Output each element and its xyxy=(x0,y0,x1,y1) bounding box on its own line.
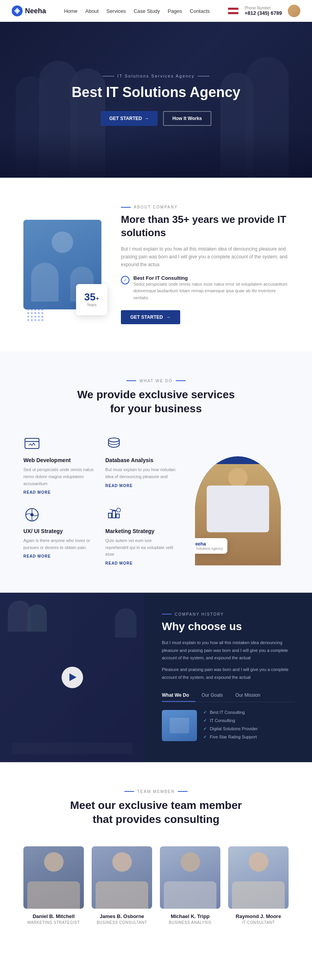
cta-devices xyxy=(23,975,148,980)
cta-section: NEED HELPS Start it consulting agencymee… xyxy=(0,952,312,980)
nav-case-study[interactable]: Case Study xyxy=(134,8,160,14)
play-button[interactable] xyxy=(62,667,83,688)
brand-name: Neeha xyxy=(25,7,46,15)
nav-home[interactable]: Home xyxy=(64,8,78,14)
navbar: Neeha Home About Services Case Study Pag… xyxy=(0,0,312,22)
nav-right: Phone Number +812 (345) 6789 xyxy=(228,5,300,17)
about-text: But I must explain to you how all this m… xyxy=(121,245,289,269)
service-text-ux: Again is there anyone who loves or pursu… xyxy=(23,537,94,551)
check-title: Best For IT Consulting xyxy=(133,275,289,281)
service-title-db: Database Analysis xyxy=(105,457,176,463)
service-link-mkt[interactable]: READ MORE xyxy=(105,561,176,565)
video-overlay xyxy=(0,593,144,762)
play-icon xyxy=(69,673,76,681)
nav-pages[interactable]: Pages xyxy=(168,8,182,14)
hero-tag: IT Solutions Services Agency xyxy=(72,74,241,78)
check-desc: Sedut perspiciatis unde omnis natus esse… xyxy=(133,281,289,302)
about-section: 35 + Years ABOUT COMPANY More than 35+ y… xyxy=(0,178,312,351)
hero-content: IT Solutions Services Agency Best IT Sol… xyxy=(72,74,241,125)
service-item-db: Database Analysis But must explain to yo… xyxy=(105,435,176,494)
hero-title: Best IT Solutions Agency xyxy=(72,84,241,101)
team-header: TEAM MEMBER Meet our exclusive team memb… xyxy=(23,789,289,827)
about-content: ABOUT COMPANY More than 35+ years we pro… xyxy=(121,205,289,324)
team-card-1: Daniel B. Mitchell Marketing Strategist xyxy=(23,846,84,925)
laptop-badge: Neeha IT Solutions Agency xyxy=(195,538,227,554)
why-content: COMPANY HISTORY Why choose us But I must… xyxy=(144,593,312,762)
why-checklist: Best IT Consulting IT Consulting Digital… xyxy=(203,710,294,743)
team-tag: TEAM MEMBER xyxy=(23,789,289,794)
service-item-ux: UX/ UI Strategy Again is there anyone wh… xyxy=(23,506,94,565)
hero-buttons: GET STARTED → How It Works xyxy=(72,111,241,126)
about-tag: ABOUT COMPANY xyxy=(121,205,289,209)
logo-icon xyxy=(12,5,23,16)
why-check-2: IT Consulting xyxy=(203,718,294,723)
team-role-1: Marketing Strategist xyxy=(23,920,84,925)
web-dev-icon xyxy=(23,435,41,452)
why-tab-goals[interactable]: Our Goals xyxy=(195,689,229,702)
services-header: WHAT WE DO We provide exclusive services… xyxy=(23,379,289,416)
person-circle-bg: Neeha IT Solutions Agency xyxy=(195,456,281,565)
service-link-web[interactable]: READ MORE xyxy=(23,490,94,494)
service-item-web: Web Development Sed ut perspiciatis unde… xyxy=(23,435,94,494)
team-name-2: James B. Osborne xyxy=(92,913,152,919)
user-avatar[interactable] xyxy=(288,5,300,17)
why-tabs: What We Do Our Goals Our Mission xyxy=(162,689,294,702)
why-title: Why choose us xyxy=(162,620,294,633)
ux-icon xyxy=(23,506,41,523)
services-grid: Web Development Sed ut perspiciatis unde… xyxy=(23,435,176,565)
phone-number: +812 (345) 6789 xyxy=(245,10,282,16)
team-role-2: Business Consultant xyxy=(92,920,152,925)
team-section: TEAM MEMBER Meet our exclusive team memb… xyxy=(0,762,312,952)
team-photo-2 xyxy=(92,846,152,909)
service-text-web: Sed ut perspiciatis unde omnis natus nem… xyxy=(23,466,94,487)
why-check-1: Best IT Consulting xyxy=(203,710,294,715)
nav-about[interactable]: About xyxy=(85,8,99,14)
service-text-db: But must explain to you how noludan idea… xyxy=(105,466,176,480)
about-title: More than 35+ years we provide IT soluti… xyxy=(121,213,289,240)
nav-services[interactable]: Services xyxy=(106,8,126,14)
svg-point-3 xyxy=(108,438,119,442)
team-grid: Daniel B. Mitchell Marketing Strategist … xyxy=(23,846,289,925)
nav-contacts[interactable]: Contacts xyxy=(190,8,210,14)
service-title-ux: UX/ UI Strategy xyxy=(23,528,94,534)
database-icon xyxy=(105,435,122,452)
team-card-3: Michael K. Tripp Business Analysis xyxy=(160,846,220,925)
services-title: We provide exclusive servicesfor your bu… xyxy=(23,388,289,416)
team-title: Meet our exclusive team memberthat provi… xyxy=(23,798,289,827)
services-inner: Web Development Sed ut perspiciatis unde… xyxy=(23,435,289,565)
years-badge: 35 + Years xyxy=(76,284,107,315)
team-photo-4 xyxy=(228,846,289,909)
phone-label: Phone Number xyxy=(245,6,282,10)
svg-point-0 xyxy=(16,10,18,12)
hero-get-started-btn[interactable]: GET STARTED → xyxy=(101,111,158,126)
hero-how-it-works-btn[interactable]: How It Works xyxy=(163,111,211,126)
language-flag[interactable] xyxy=(228,7,239,14)
phone-block: Phone Number +812 (345) 6789 xyxy=(245,6,282,16)
why-video xyxy=(0,593,144,762)
team-role-4: IT Consultant xyxy=(228,920,289,925)
marketing-icon xyxy=(105,506,122,523)
services-section: WHAT WE DO We provide exclusive services… xyxy=(0,351,312,593)
svg-point-6 xyxy=(117,508,121,512)
why-section: COMPANY HISTORY Why choose us But I must… xyxy=(0,593,312,762)
services-person: Neeha IT Solutions Agency xyxy=(187,435,289,565)
hero-section: IT Solutions Services Agency Best IT Sol… xyxy=(0,22,312,178)
svg-rect-1 xyxy=(25,438,39,449)
arrow-icon: → xyxy=(166,314,171,320)
team-card-2: James B. Osborne Business Consultant xyxy=(92,846,152,925)
about-image-wrap: 35 + Years xyxy=(23,220,101,309)
why-text2: Pleasure and praising pain was born and … xyxy=(162,666,294,682)
why-tab-mission[interactable]: Our Mission xyxy=(229,689,266,702)
check-item: ✓ Best For IT Consulting Sedut perspicia… xyxy=(121,275,289,302)
service-link-ux[interactable]: READ MORE xyxy=(23,554,94,558)
team-name-1: Daniel B. Mitchell xyxy=(23,913,84,919)
check-circle-icon: ✓ xyxy=(121,276,129,284)
why-tab-what[interactable]: What We Do xyxy=(162,689,195,702)
logo[interactable]: Neeha xyxy=(12,5,46,16)
service-title-mkt: Marketing Strategy xyxy=(105,528,176,534)
nav-links: Home About Services Case Study Pages Con… xyxy=(64,8,210,14)
service-link-db[interactable]: READ MORE xyxy=(105,484,176,488)
service-text-mkt: Quis autem vel eum iure reprehendrit qui… xyxy=(105,537,176,558)
about-get-started-btn[interactable]: GET STARTED → xyxy=(121,310,180,324)
arrow-icon: → xyxy=(144,116,149,121)
